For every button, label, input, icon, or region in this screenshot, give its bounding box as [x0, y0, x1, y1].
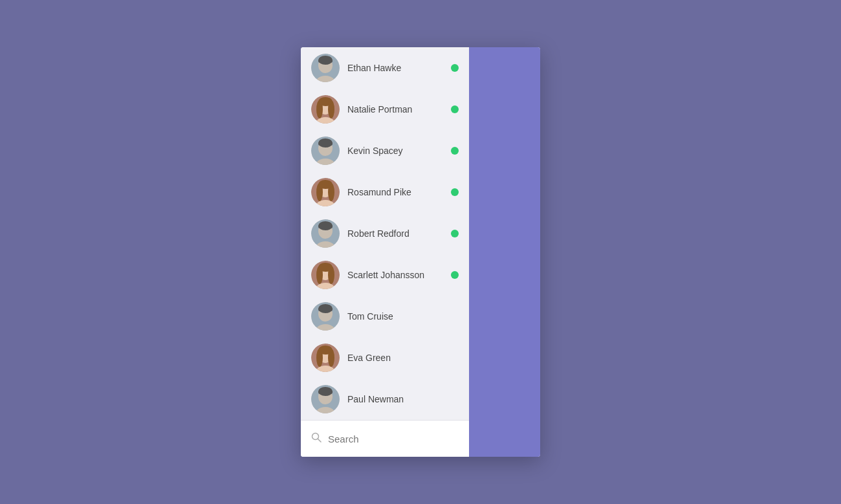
avatar — [311, 385, 340, 413]
right-panel — [469, 47, 540, 457]
svg-rect-48 — [318, 390, 333, 394]
contact-item[interactable]: Rosamund Pike — [301, 171, 469, 213]
left-column: Ethan Hawke Natalie Portman Kevin Spacey — [301, 47, 469, 457]
main-panel: Ethan Hawke Natalie Portman Kevin Spacey — [301, 47, 540, 457]
status-indicator — [451, 147, 459, 155]
svg-point-21 — [318, 180, 333, 189]
status-indicator — [451, 230, 459, 237]
avatar — [311, 344, 340, 372]
avatar — [311, 261, 340, 289]
contact-item[interactable]: Ethan Hawke — [301, 47, 469, 89]
svg-rect-37 — [318, 307, 333, 311]
avatar — [311, 219, 340, 248]
status-indicator — [451, 354, 459, 362]
contact-name: Robert Redford — [347, 228, 451, 239]
svg-point-43 — [318, 345, 333, 355]
avatar — [311, 95, 340, 124]
status-indicator — [451, 64, 459, 72]
svg-line-50 — [318, 439, 322, 443]
svg-rect-4 — [318, 59, 333, 63]
svg-point-32 — [318, 263, 333, 272]
search-icon — [311, 432, 322, 445]
contact-name: Kevin Spacey — [347, 146, 451, 156]
avatar — [311, 137, 340, 165]
svg-rect-26 — [318, 225, 333, 228]
contact-item[interactable]: Tom Cruise — [301, 296, 469, 337]
contact-item[interactable]: Eva Green — [301, 337, 469, 378]
contact-item[interactable]: Robert Redford — [301, 213, 469, 254]
status-indicator — [451, 395, 459, 403]
status-indicator — [451, 271, 459, 279]
contact-name: Ethan Hawke — [347, 63, 451, 73]
contact-name: Scarlett Johansson — [347, 270, 451, 280]
status-indicator — [451, 105, 459, 113]
avatar — [311, 302, 340, 331]
contact-item[interactable]: Scarlett Johansson — [301, 254, 469, 296]
contact-name: Eva Green — [347, 353, 451, 363]
avatar — [311, 178, 340, 206]
contact-item[interactable]: Paul Newman — [301, 378, 469, 420]
contact-name: Tom Cruise — [347, 311, 451, 322]
contact-item[interactable]: Natalie Portman — [301, 89, 469, 130]
contact-name: Natalie Portman — [347, 104, 451, 115]
contacts-list: Ethan Hawke Natalie Portman Kevin Spacey — [301, 47, 469, 420]
contact-item[interactable]: Kevin Spacey — [301, 130, 469, 171]
status-indicator — [451, 188, 459, 196]
search-input[interactable] — [328, 433, 459, 444]
svg-point-10 — [318, 97, 333, 106]
search-bar — [301, 420, 469, 457]
status-indicator — [451, 312, 459, 320]
avatar — [311, 54, 340, 82]
contact-name: Paul Newman — [347, 394, 451, 404]
svg-rect-15 — [318, 142, 333, 146]
contact-name: Rosamund Pike — [347, 187, 451, 197]
